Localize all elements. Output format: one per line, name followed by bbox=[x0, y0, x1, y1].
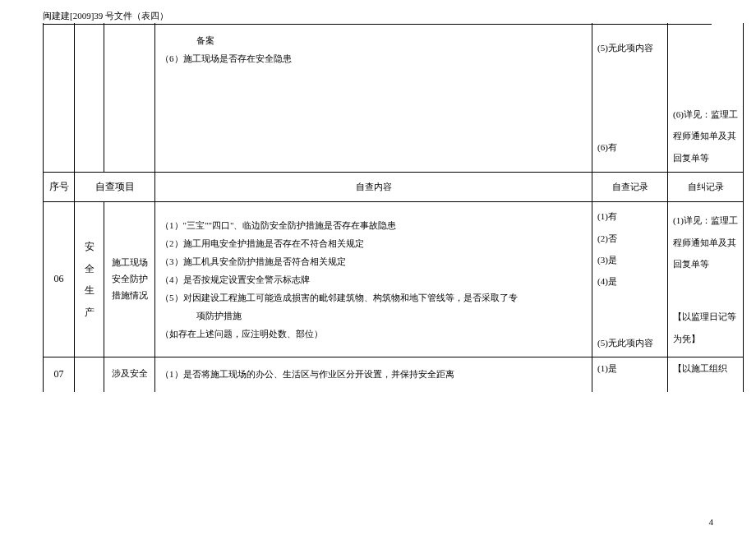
cell-06-remedy: (1)详见：监理工程师通知单及其回复单等 【以监理日记等为凭】 bbox=[668, 202, 744, 357]
th-record: 自查记录 bbox=[592, 173, 668, 202]
content-top-line2: （6）施工现场是否存在安全隐患 bbox=[160, 49, 587, 67]
row-07: 07 涉及安全 （1）是否将施工现场的办公、生活区与作业区分开设置，并保持安全距… bbox=[44, 357, 744, 392]
cell-06-item-text: 安全生产 bbox=[85, 241, 94, 317]
th-remedy: 自纠记录 bbox=[668, 173, 744, 202]
cell-07-content: （1）是否将施工现场的办公、生活区与作业区分开设置，并保持安全距离 bbox=[155, 357, 592, 392]
content-06-1: （1）"三宝""四口"、临边防安全防护措施是否存在事故隐患 bbox=[160, 216, 587, 234]
record-06-4: (4)是 bbox=[597, 270, 662, 292]
record-07-1: (1)是 bbox=[597, 363, 617, 373]
cell-remedy-top: (6)详见：监理工程师通知单及其回复单等 bbox=[668, 23, 744, 173]
inspection-table: 备案 （6）施工现场是否存在安全隐患 (5)无此项内容 (6)有 (6)详见：监… bbox=[43, 23, 744, 392]
content-06-4: （4）是否按规定设置安全警示标志牌 bbox=[160, 270, 587, 288]
remedy-06-1: (1)详见：监理工程师通知单及其回复单等 bbox=[673, 210, 738, 274]
th-item: 自查项目 bbox=[75, 173, 155, 202]
cell-07-remedy: 【以施工组织 bbox=[668, 357, 744, 392]
table-header-row: 序号 自查项目 自查内容 自查记录 自纠记录 bbox=[44, 173, 744, 202]
record-top-1: (5)无此项内容 bbox=[597, 37, 662, 58]
th-content: 自查内容 bbox=[155, 173, 592, 202]
content-top-line1: 备案 bbox=[160, 31, 587, 49]
continuation-row: 备案 （6）施工现场是否存在安全隐患 (5)无此项内容 (6)有 (6)详见：监… bbox=[44, 23, 744, 173]
remedy-07-1: 【以施工组织 bbox=[673, 363, 727, 373]
cell-06-seq: 06 bbox=[44, 202, 75, 357]
cell-06-record: (1)有 (2)否 (3)是 (4)是 (5)无此项内容 bbox=[592, 202, 668, 357]
cell-06-sub: 施工现场安全防护措施情况 bbox=[104, 202, 155, 357]
record-06-2: (2)否 bbox=[597, 228, 662, 249]
record-top-2: (6)有 bbox=[597, 136, 662, 158]
content-06-3: （3）施工机具安全防护措施是否符合相关规定 bbox=[160, 252, 587, 270]
cell-07-seq: 07 bbox=[44, 357, 75, 392]
cell-06-content: （1）"三宝""四口"、临边防安全防护措施是否存在事故隐患 （2）施工用电安全护… bbox=[155, 202, 592, 357]
record-06-5: (5)无此项内容 bbox=[597, 332, 662, 353]
row-06: 06 安全生产 施工现场安全防护措施情况 （1）"三宝""四口"、临边防安全防护… bbox=[44, 202, 744, 357]
cell-sub-blank bbox=[104, 23, 155, 173]
cell-content-top: 备案 （6）施工现场是否存在安全隐患 bbox=[155, 23, 592, 173]
th-seq: 序号 bbox=[44, 173, 75, 202]
page-number: 4 bbox=[709, 517, 714, 527]
cell-seq-blank bbox=[44, 23, 75, 173]
content-06-5b: 项防护措施 bbox=[160, 307, 587, 325]
record-06-3: (3)是 bbox=[597, 249, 662, 270]
content-06-6: （如存在上述问题，应注明处数、部位） bbox=[160, 325, 587, 343]
record-06-1: (1)有 bbox=[597, 205, 662, 227]
header-text: 闽建建[2009]39 号文件（表四） bbox=[43, 11, 168, 21]
cell-record-top: (5)无此项内容 (6)有 bbox=[592, 23, 668, 173]
cell-07-sub: 涉及安全 bbox=[104, 357, 155, 392]
cell-item-blank bbox=[75, 23, 104, 173]
content-07-1: （1）是否将施工现场的办公、生活区与作业区分开设置，并保持安全距离 bbox=[160, 367, 587, 383]
cell-07-record: (1)是 bbox=[592, 357, 668, 392]
remedy-top: (6)详见：监理工程师通知单及其回复单等 bbox=[673, 104, 738, 168]
cell-06-item: 安全生产 bbox=[75, 202, 104, 357]
content-06-2: （2）施工用电安全护措施是否存在不符合相关规定 bbox=[160, 234, 587, 252]
content-06-5: （5）对因建设工程施工可能造成损害的毗邻建筑物、构筑物和地下管线等，是否采取了专 bbox=[160, 288, 587, 307]
cell-07-item bbox=[75, 357, 104, 392]
remedy-06-2: 【以监理日记等为凭】 bbox=[673, 306, 738, 349]
